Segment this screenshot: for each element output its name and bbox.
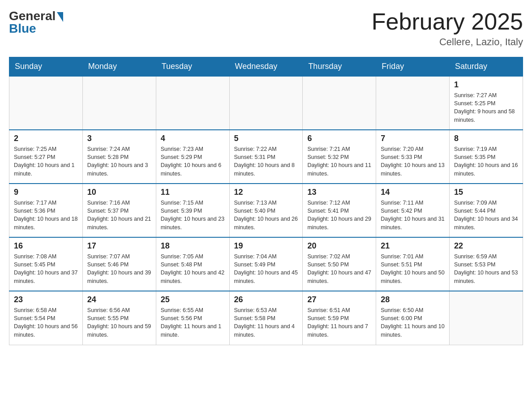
calendar-cell: 7Sunrise: 7:20 AMSunset: 5:33 PMDaylight…: [376, 130, 450, 184]
day-info: Sunrise: 6:58 AMSunset: 5:54 PMDaylight:…: [14, 306, 78, 339]
location-subtitle: Cellere, Lazio, Italy: [372, 36, 523, 48]
calendar-cell: 25Sunrise: 6:55 AMSunset: 5:56 PMDayligh…: [156, 291, 229, 345]
calendar-cell: [156, 76, 229, 130]
day-number: 6: [307, 134, 371, 143]
day-number: 27: [307, 295, 371, 304]
calendar-table: Sunday Monday Tuesday Wednesday Thursday…: [9, 57, 523, 345]
logo-blue-text: Blue: [9, 21, 36, 36]
calendar-cell: 4Sunrise: 7:23 AMSunset: 5:29 PMDaylight…: [156, 130, 229, 184]
week-row-5: 23Sunrise: 6:58 AMSunset: 5:54 PMDayligh…: [9, 291, 523, 345]
week-row-4: 16Sunrise: 7:08 AMSunset: 5:45 PMDayligh…: [9, 237, 523, 291]
month-title: February 2025: [372, 9, 523, 34]
logo: General Blue: [9, 9, 63, 36]
title-section: February 2025 Cellere, Lazio, Italy: [372, 9, 523, 48]
calendar-cell: 26Sunrise: 6:53 AMSunset: 5:58 PMDayligh…: [229, 291, 303, 345]
day-info: Sunrise: 7:23 AMSunset: 5:29 PMDaylight:…: [161, 145, 225, 178]
day-number: 25: [161, 295, 225, 304]
calendar-cell: [82, 76, 156, 130]
day-info: Sunrise: 6:56 AMSunset: 5:55 PMDaylight:…: [87, 306, 151, 339]
calendar-cell: 28Sunrise: 6:50 AMSunset: 6:00 PMDayligh…: [376, 291, 450, 345]
calendar-cell: 24Sunrise: 6:56 AMSunset: 5:55 PMDayligh…: [82, 291, 156, 345]
day-info: Sunrise: 7:07 AMSunset: 5:46 PMDaylight:…: [87, 253, 151, 285]
calendar-cell: 13Sunrise: 7:12 AMSunset: 5:41 PMDayligh…: [303, 184, 376, 237]
calendar-cell: 10Sunrise: 7:16 AMSunset: 5:37 PMDayligh…: [82, 184, 156, 237]
day-number: 21: [381, 241, 445, 251]
day-info: Sunrise: 6:55 AMSunset: 5:56 PMDaylight:…: [161, 306, 225, 339]
calendar-cell: 21Sunrise: 7:01 AMSunset: 5:51 PMDayligh…: [376, 237, 450, 291]
day-info: Sunrise: 7:16 AMSunset: 5:37 PMDaylight:…: [87, 199, 151, 231]
day-number: 9: [14, 188, 78, 197]
day-info: Sunrise: 7:13 AMSunset: 5:40 PMDaylight:…: [234, 199, 298, 231]
calendar-cell: 2Sunrise: 7:25 AMSunset: 5:27 PMDaylight…: [9, 130, 83, 184]
calendar-cell: 11Sunrise: 7:15 AMSunset: 5:39 PMDayligh…: [156, 184, 229, 237]
day-number: 28: [381, 295, 445, 304]
col-thursday: Thursday: [303, 57, 376, 77]
day-number: 11: [161, 188, 225, 197]
page-header: General Blue February 2025 Cellere, Lazi…: [9, 9, 523, 48]
day-number: 23: [14, 295, 78, 304]
day-info: Sunrise: 7:08 AMSunset: 5:45 PMDaylight:…: [14, 253, 78, 285]
day-number: 8: [454, 134, 518, 143]
col-monday: Monday: [82, 57, 156, 77]
week-row-2: 2Sunrise: 7:25 AMSunset: 5:27 PMDaylight…: [9, 130, 523, 184]
day-info: Sunrise: 7:12 AMSunset: 5:41 PMDaylight:…: [307, 199, 371, 231]
day-number: 5: [234, 134, 298, 143]
day-number: 10: [87, 188, 151, 197]
col-wednesday: Wednesday: [229, 57, 303, 77]
calendar-cell: 14Sunrise: 7:11 AMSunset: 5:42 PMDayligh…: [376, 184, 450, 237]
day-number: 22: [454, 241, 518, 251]
day-info: Sunrise: 6:59 AMSunset: 5:53 PMDaylight:…: [454, 253, 518, 285]
day-info: Sunrise: 7:01 AMSunset: 5:51 PMDaylight:…: [381, 253, 445, 285]
calendar-cell: 23Sunrise: 6:58 AMSunset: 5:54 PMDayligh…: [9, 291, 83, 345]
calendar-header-row: Sunday Monday Tuesday Wednesday Thursday…: [9, 57, 523, 77]
day-number: 24: [87, 295, 151, 304]
day-info: Sunrise: 7:22 AMSunset: 5:31 PMDaylight:…: [234, 145, 298, 178]
col-saturday: Saturday: [450, 57, 523, 77]
col-tuesday: Tuesday: [156, 57, 229, 77]
col-friday: Friday: [376, 57, 450, 77]
day-info: Sunrise: 7:11 AMSunset: 5:42 PMDaylight:…: [381, 199, 445, 231]
day-number: 17: [87, 241, 151, 251]
calendar-cell: 5Sunrise: 7:22 AMSunset: 5:31 PMDaylight…: [229, 130, 303, 184]
calendar-cell: 18Sunrise: 7:05 AMSunset: 5:48 PMDayligh…: [156, 237, 229, 291]
logo-arrow-icon: [57, 12, 63, 22]
day-number: 18: [161, 241, 225, 251]
col-sunday: Sunday: [9, 57, 83, 77]
day-info: Sunrise: 7:09 AMSunset: 5:44 PMDaylight:…: [454, 199, 518, 231]
day-number: 26: [234, 295, 298, 304]
day-info: Sunrise: 7:24 AMSunset: 5:28 PMDaylight:…: [87, 145, 151, 178]
day-number: 16: [14, 241, 78, 251]
day-number: 20: [307, 241, 371, 251]
day-info: Sunrise: 7:25 AMSunset: 5:27 PMDaylight:…: [14, 145, 78, 178]
day-info: Sunrise: 6:50 AMSunset: 6:00 PMDaylight:…: [381, 306, 445, 339]
day-number: 4: [161, 134, 225, 143]
day-info: Sunrise: 7:19 AMSunset: 5:35 PMDaylight:…: [454, 145, 518, 178]
calendar-cell: 3Sunrise: 7:24 AMSunset: 5:28 PMDaylight…: [82, 130, 156, 184]
calendar-cell: 1Sunrise: 7:27 AMSunset: 5:25 PMDaylight…: [450, 76, 523, 130]
day-number: 19: [234, 241, 298, 251]
week-row-1: 1Sunrise: 7:27 AMSunset: 5:25 PMDaylight…: [9, 76, 523, 130]
calendar-cell: 17Sunrise: 7:07 AMSunset: 5:46 PMDayligh…: [82, 237, 156, 291]
day-info: Sunrise: 7:04 AMSunset: 5:49 PMDaylight:…: [234, 253, 298, 285]
calendar-cell: [303, 76, 376, 130]
day-info: Sunrise: 7:05 AMSunset: 5:48 PMDaylight:…: [161, 253, 225, 285]
day-number: 3: [87, 134, 151, 143]
calendar-cell: [9, 76, 83, 130]
calendar-cell: [450, 291, 523, 345]
day-number: 7: [381, 134, 445, 143]
calendar-cell: 9Sunrise: 7:17 AMSunset: 5:36 PMDaylight…: [9, 184, 83, 237]
day-number: 13: [307, 188, 371, 197]
calendar-cell: 16Sunrise: 7:08 AMSunset: 5:45 PMDayligh…: [9, 237, 83, 291]
day-number: 2: [14, 134, 78, 143]
day-info: Sunrise: 6:53 AMSunset: 5:58 PMDaylight:…: [234, 306, 298, 339]
day-info: Sunrise: 7:20 AMSunset: 5:33 PMDaylight:…: [381, 145, 445, 178]
calendar-cell: 6Sunrise: 7:21 AMSunset: 5:32 PMDaylight…: [303, 130, 376, 184]
calendar-cell: 19Sunrise: 7:04 AMSunset: 5:49 PMDayligh…: [229, 237, 303, 291]
calendar-cell: 20Sunrise: 7:02 AMSunset: 5:50 PMDayligh…: [303, 237, 376, 291]
day-info: Sunrise: 7:27 AMSunset: 5:25 PMDaylight:…: [454, 91, 518, 124]
day-info: Sunrise: 6:51 AMSunset: 5:59 PMDaylight:…: [307, 306, 371, 339]
calendar-cell: [376, 76, 450, 130]
day-number: 14: [381, 188, 445, 197]
calendar-cell: [229, 76, 303, 130]
day-number: 15: [454, 188, 518, 197]
